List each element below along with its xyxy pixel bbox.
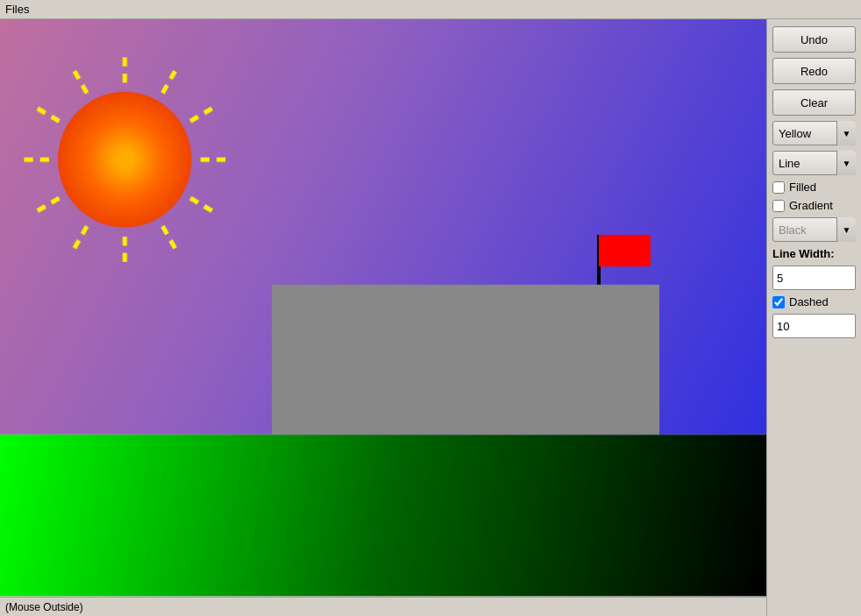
status-text: (Mouse Outside) xyxy=(5,601,83,613)
undo-button[interactable]: Undo xyxy=(772,26,856,53)
dashed-checkbox[interactable] xyxy=(772,296,785,308)
shape-picker-wrapper: Line Rectangle Oval Triangle ▼ xyxy=(772,151,856,175)
gradient-checkbox[interactable] xyxy=(772,200,785,212)
dashed-row: Dashed xyxy=(772,295,856,308)
gradient-row: Gradient xyxy=(772,199,856,212)
files-menu[interactable]: Files xyxy=(5,3,29,16)
filled-checkbox[interactable] xyxy=(772,181,785,194)
clear-button[interactable]: Clear xyxy=(772,89,856,116)
color-select[interactable]: Yellow Red Blue Green Black White Orange… xyxy=(772,121,856,145)
redo-button[interactable]: Redo xyxy=(772,58,856,84)
line-width-input[interactable] xyxy=(772,266,856,290)
filled-label: Filled xyxy=(789,181,816,194)
line-width-label: Line Width: xyxy=(772,247,856,260)
filled-row: Filled xyxy=(772,181,856,194)
gradient-label: Gradient xyxy=(789,199,833,212)
color-picker-wrapper: Yellow Red Blue Green Black White Orange… xyxy=(772,121,856,145)
gradient-color-wrapper: Black Red Blue ▼ xyxy=(772,217,856,242)
dash-value-input[interactable] xyxy=(772,314,856,338)
gradient-color-select[interactable]: Black Red Blue xyxy=(772,217,856,242)
dashed-label: Dashed xyxy=(789,295,829,308)
shape-select[interactable]: Line Rectangle Oval Triangle xyxy=(772,151,856,175)
